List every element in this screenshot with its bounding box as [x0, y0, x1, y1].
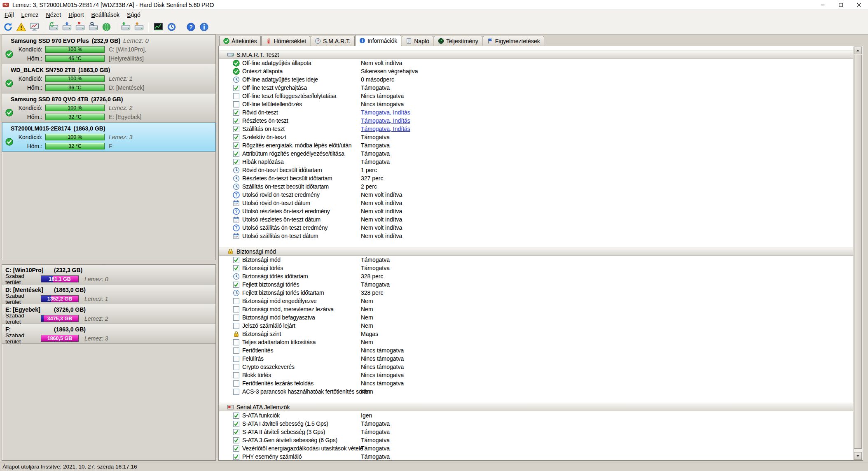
row-value: Nincs támogatva: [361, 93, 404, 99]
disk-item[interactable]: Samsung SSD 970 EVO Plus(232,9 GB)Lemez:…: [2, 35, 215, 64]
info-row: Hibák naplózásaTámogatva: [219, 158, 853, 166]
row-value: Támogatva: [361, 256, 390, 263]
free-space-label: Szabad terület: [5, 312, 41, 325]
row-label: Fejlett biztonsági törlés: [242, 281, 299, 288]
section-title: Biztonsági mód: [236, 248, 276, 255]
disk-test-button[interactable]: [47, 21, 60, 33]
partition-list: C: [Win10Pro](232,3 GB)Szabad terület161…: [2, 264, 216, 461]
info-row: Rögzítés energiatak. módba lépés előtt/u…: [219, 141, 853, 149]
disk-in-button[interactable]: [119, 21, 132, 33]
disk-search-button[interactable]: [87, 21, 99, 33]
vertical-scrollbar[interactable]: [853, 47, 862, 460]
disk-item[interactable]: Samsung SSD 870 QVO 4TB(3726,0 GB)Kondíc…: [2, 93, 215, 123]
free-space-value: 1860,5 GB: [47, 336, 72, 341]
tab-figyelmeztetesek[interactable]: Figyelmeztetések: [483, 36, 544, 46]
checkbox-checked-icon: [233, 150, 240, 157]
tab-s-m-a-r-t[interactable]: S.M.A.R.T.: [311, 36, 355, 46]
menu-item-lemez[interactable]: Lemez: [18, 11, 42, 19]
alert-button[interactable]: [15, 21, 27, 33]
scheduler-button[interactable]: [165, 21, 178, 33]
row-value: 328 perc: [361, 289, 383, 296]
info-row: Off-line teszt végrehajtásaTámogatva: [219, 84, 853, 92]
scroll-down-button[interactable]: [854, 452, 862, 460]
scroll-up-button[interactable]: [854, 47, 862, 54]
free-space-bar: 1352,2 GB: [41, 295, 79, 302]
scroll-thumb[interactable]: [854, 55, 862, 449]
row-label: Biztonsági szint: [242, 331, 281, 337]
tab-teljesitmeny[interactable]: Teljesítmény: [434, 36, 482, 46]
checkbox-unchecked-icon: [233, 298, 240, 305]
section-header: Biztonsági mód: [219, 247, 853, 256]
disk-out-icon: [134, 22, 144, 32]
menu-item-sugo[interactable]: Súgó: [123, 11, 144, 19]
row-value-link[interactable]: Támogatva, Indítás: [361, 126, 410, 132]
partition-size: (232,3 GB): [54, 267, 82, 273]
row-label: Utolsó szállítás ön-teszt dátum: [242, 233, 318, 239]
menu-item-nezet[interactable]: Nézet: [42, 11, 65, 19]
disk-out-button[interactable]: [133, 21, 145, 33]
disk-write-button[interactable]: [61, 21, 73, 33]
window-title: Lemez: 3, ST2000LM015-2E8174 [WDZ33B7A] …: [12, 2, 214, 8]
menu-item-fajl[interactable]: Fájl: [1, 11, 18, 19]
tab-homerseklet[interactable]: Hőmérséklet: [261, 36, 310, 46]
checkbox-unchecked-icon: [233, 93, 240, 100]
disk-item[interactable]: ST2000LM015-2E8174(1863,0 GB)Kondíció:10…: [2, 123, 215, 152]
report-button[interactable]: [28, 21, 40, 33]
disk-name: Samsung SSD 970 EVO Plus: [11, 37, 89, 44]
scheduler-icon: [166, 22, 177, 32]
refresh-button[interactable]: [2, 21, 14, 33]
row-value-link[interactable]: Támogatva, Indítás: [361, 109, 410, 116]
row-value: Nem: [361, 339, 373, 345]
row-label: Rögzítés energiatak. módba lépés előtt/u…: [242, 142, 351, 149]
disk-item[interactable]: WD_BLACK SN750 2TB(1863,0 GB)Kondíció:10…: [2, 64, 215, 93]
partition-disk-ref: Lemez: 3: [84, 335, 108, 342]
menu-item-riport[interactable]: Riport: [65, 11, 87, 19]
row-label: Utolsó rövid ön-teszt dátum: [242, 200, 310, 206]
partition-size: (3726,0 GB): [54, 306, 86, 313]
partition-item[interactable]: C: [Win10Pro](232,3 GB)Szabad terület161…: [2, 265, 215, 284]
row-value: Nincs támogatva: [361, 347, 404, 354]
row-label: Felülírás: [242, 355, 264, 362]
toolbar-divider: [44, 22, 44, 32]
row-value: Nem: [361, 322, 373, 329]
about-icon: [199, 22, 209, 32]
close-button[interactable]: [850, 0, 868, 9]
partition-item[interactable]: E: [Egyebek](3726,0 GB)Szabad terület347…: [2, 304, 215, 324]
checkbox-checked-icon: [233, 453, 240, 460]
partition-item[interactable]: D: [Mentések](1863,0 GB)Szabad terület13…: [2, 284, 215, 304]
svg-text:?: ?: [235, 225, 237, 230]
row-value: Magas: [361, 331, 378, 337]
checkbox-checked-icon: [233, 117, 240, 124]
minimize-button[interactable]: [814, 0, 832, 9]
disk-repair-button[interactable]: [74, 21, 86, 33]
checkbox-checked-icon: [233, 412, 240, 419]
about-button[interactable]: [198, 21, 210, 33]
menu-item-beallitasok[interactable]: Beállítások: [88, 11, 124, 19]
tab-naplo[interactable]: Napló: [402, 36, 433, 46]
row-value: Támogatva: [361, 84, 390, 91]
row-value: Támogatva: [361, 281, 390, 288]
info-row: ACS-3 parancsok használhatóak fertőtlení…: [219, 387, 853, 396]
info-row: Önteszt állapotaSikeresen végrehajtva: [219, 67, 853, 75]
row-label: S-ATA 3.Gen átviteli sebesség (6 Gps): [242, 437, 337, 443]
info-row: Utolsó részletes ön-teszt dátumNem volt …: [219, 215, 853, 224]
row-label: S-ATA I átviteli sebesség (1.5 Gps): [242, 420, 328, 427]
web-button[interactable]: [100, 21, 112, 33]
tab-informaciok[interactable]: Információk: [355, 35, 401, 46]
refresh-icon: [3, 22, 13, 32]
tab-attekintes[interactable]: Áttekintés: [219, 36, 261, 46]
row-value: 0 másodperc: [361, 76, 394, 83]
maximize-button[interactable]: [832, 0, 850, 9]
checkbox-checked-icon: [233, 281, 240, 288]
row-label: Szelektív ön-teszt: [242, 134, 286, 140]
checkbox-unchecked-icon: [233, 380, 240, 387]
row-value: Nem volt indítva: [361, 208, 402, 215]
checkbox-unchecked-icon: [233, 322, 240, 329]
info-blue-icon: [359, 37, 365, 44]
help-button[interactable]: ?: [185, 21, 197, 33]
row-value-link[interactable]: Támogatva, Indítás: [361, 117, 410, 124]
row-label: Off-line teszt felfüggesztése/folytatása: [242, 93, 336, 99]
row-value: Nincs támogatva: [361, 380, 404, 387]
graph-button[interactable]: [152, 21, 164, 33]
partition-item[interactable]: F:(1863,0 GB)Szabad terület1860,5 GBLeme…: [2, 324, 215, 344]
